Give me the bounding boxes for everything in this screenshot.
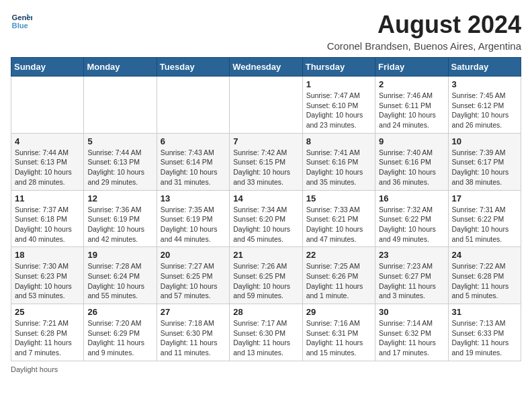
- day-number: 26: [87, 307, 152, 317]
- day-info: Sunrise: 7:36 AM Sunset: 6:19 PM Dayligh…: [87, 205, 152, 244]
- day-info: Sunrise: 7:14 AM Sunset: 6:32 PM Dayligh…: [379, 318, 444, 358]
- day-info: Sunrise: 7:31 AM Sunset: 6:22 PM Dayligh…: [452, 205, 517, 244]
- footer-label: Daylight hours: [11, 365, 521, 373]
- day-number: 4: [15, 136, 80, 146]
- day-number: 20: [161, 250, 226, 260]
- day-number: 15: [306, 193, 371, 203]
- day-number: 22: [306, 250, 371, 260]
- calendar-day-cell: 26Sunrise: 7:20 AM Sunset: 6:29 PM Dayli…: [84, 304, 157, 361]
- day-info: Sunrise: 7:27 AM Sunset: 6:25 PM Dayligh…: [161, 261, 226, 301]
- day-info: Sunrise: 7:23 AM Sunset: 6:27 PM Dayligh…: [379, 261, 444, 301]
- calendar-day-header: Saturday: [448, 58, 521, 77]
- day-number: 16: [379, 193, 444, 203]
- day-number: 1: [306, 79, 371, 89]
- calendar-day-cell: 15Sunrise: 7:33 AM Sunset: 6:21 PM Dayli…: [302, 190, 375, 247]
- calendar-day-cell: 1Sunrise: 7:47 AM Sunset: 6:10 PM Daylig…: [302, 77, 375, 134]
- day-info: Sunrise: 7:44 AM Sunset: 6:13 PM Dayligh…: [15, 148, 80, 187]
- day-number: 31: [452, 307, 517, 317]
- calendar-day-cell: 7Sunrise: 7:42 AM Sunset: 6:15 PM Daylig…: [230, 133, 302, 190]
- calendar-day-cell: 23Sunrise: 7:23 AM Sunset: 6:27 PM Dayli…: [375, 247, 448, 304]
- calendar-day-cell: [157, 77, 229, 134]
- day-number: 7: [233, 136, 298, 146]
- day-number: 17: [452, 193, 517, 203]
- day-info: Sunrise: 7:40 AM Sunset: 6:16 PM Dayligh…: [379, 148, 444, 187]
- calendar-week-row: 1Sunrise: 7:47 AM Sunset: 6:10 PM Daylig…: [11, 77, 521, 134]
- day-info: Sunrise: 7:30 AM Sunset: 6:23 PM Dayligh…: [15, 261, 80, 301]
- title-area: August 2024 Coronel Brandsen, Buenos Air…: [327, 11, 521, 52]
- calendar-day-cell: 16Sunrise: 7:32 AM Sunset: 6:22 PM Dayli…: [375, 190, 448, 247]
- day-info: Sunrise: 7:34 AM Sunset: 6:20 PM Dayligh…: [233, 205, 298, 244]
- day-number: 6: [161, 136, 226, 146]
- day-number: 10: [452, 136, 517, 146]
- day-info: Sunrise: 7:43 AM Sunset: 6:14 PM Dayligh…: [161, 148, 226, 187]
- day-number: 25: [15, 307, 80, 317]
- day-info: Sunrise: 7:33 AM Sunset: 6:21 PM Dayligh…: [306, 205, 371, 244]
- calendar-week-row: 25Sunrise: 7:21 AM Sunset: 6:28 PM Dayli…: [11, 304, 521, 361]
- day-info: Sunrise: 7:47 AM Sunset: 6:10 PM Dayligh…: [306, 91, 371, 130]
- day-info: Sunrise: 7:32 AM Sunset: 6:22 PM Dayligh…: [379, 205, 444, 244]
- day-info: Sunrise: 7:16 AM Sunset: 6:31 PM Dayligh…: [306, 318, 371, 358]
- month-year: August 2024: [327, 11, 521, 39]
- calendar-day-cell: 17Sunrise: 7:31 AM Sunset: 6:22 PM Dayli…: [448, 190, 521, 247]
- day-number: 27: [161, 307, 226, 317]
- day-info: Sunrise: 7:39 AM Sunset: 6:17 PM Dayligh…: [452, 148, 517, 187]
- day-info: Sunrise: 7:13 AM Sunset: 6:33 PM Dayligh…: [452, 318, 517, 358]
- day-number: 19: [87, 250, 152, 260]
- calendar-day-cell: [84, 77, 157, 134]
- day-info: Sunrise: 7:37 AM Sunset: 6:18 PM Dayligh…: [15, 205, 80, 244]
- day-number: 11: [15, 193, 80, 203]
- calendar-day-cell: 22Sunrise: 7:25 AM Sunset: 6:26 PM Dayli…: [302, 247, 375, 304]
- calendar-day-header: Tuesday: [157, 58, 229, 77]
- day-number: 2: [379, 79, 444, 89]
- day-number: 29: [306, 307, 371, 317]
- calendar-week-row: 11Sunrise: 7:37 AM Sunset: 6:18 PM Dayli…: [11, 190, 521, 247]
- calendar-day-cell: 24Sunrise: 7:22 AM Sunset: 6:28 PM Dayli…: [448, 247, 521, 304]
- day-info: Sunrise: 7:22 AM Sunset: 6:28 PM Dayligh…: [452, 261, 517, 301]
- day-info: Sunrise: 7:28 AM Sunset: 6:24 PM Dayligh…: [87, 261, 152, 301]
- calendar-day-cell: 20Sunrise: 7:27 AM Sunset: 6:25 PM Dayli…: [157, 247, 229, 304]
- day-number: 30: [379, 307, 444, 317]
- calendar-day-header: Thursday: [302, 58, 375, 77]
- day-info: Sunrise: 7:18 AM Sunset: 6:30 PM Dayligh…: [161, 318, 226, 358]
- day-number: 9: [379, 136, 444, 146]
- calendar-day-cell: 29Sunrise: 7:16 AM Sunset: 6:31 PM Dayli…: [302, 304, 375, 361]
- calendar-day-cell: 30Sunrise: 7:14 AM Sunset: 6:32 PM Dayli…: [375, 304, 448, 361]
- day-number: 24: [452, 250, 517, 260]
- calendar-day-cell: 19Sunrise: 7:28 AM Sunset: 6:24 PM Dayli…: [84, 247, 157, 304]
- calendar-day-cell: 6Sunrise: 7:43 AM Sunset: 6:14 PM Daylig…: [157, 133, 229, 190]
- calendar-day-cell: 12Sunrise: 7:36 AM Sunset: 6:19 PM Dayli…: [84, 190, 157, 247]
- day-info: Sunrise: 7:25 AM Sunset: 6:26 PM Dayligh…: [306, 261, 371, 301]
- calendar-day-cell: 28Sunrise: 7:17 AM Sunset: 6:30 PM Dayli…: [230, 304, 302, 361]
- day-number: 14: [233, 193, 298, 203]
- calendar-day-header: Friday: [375, 58, 448, 77]
- logo-icon: General Blue: [11, 11, 32, 32]
- day-number: 21: [233, 250, 298, 260]
- calendar-day-cell: 8Sunrise: 7:41 AM Sunset: 6:16 PM Daylig…: [302, 133, 375, 190]
- day-number: 18: [15, 250, 80, 260]
- svg-text:General: General: [12, 13, 32, 21]
- day-number: 12: [87, 193, 152, 203]
- calendar-day-cell: 10Sunrise: 7:39 AM Sunset: 6:17 PM Dayli…: [448, 133, 521, 190]
- day-number: 5: [87, 136, 152, 146]
- page-header: General Blue August 2024 Coronel Brandse…: [11, 11, 521, 52]
- day-number: 28: [233, 307, 298, 317]
- day-info: Sunrise: 7:46 AM Sunset: 6:11 PM Dayligh…: [379, 91, 444, 130]
- calendar-day-header: Sunday: [11, 58, 84, 77]
- day-number: 23: [379, 250, 444, 260]
- location: Coronel Brandsen, Buenos Aires, Argentin…: [327, 40, 521, 52]
- day-info: Sunrise: 7:26 AM Sunset: 6:25 PM Dayligh…: [233, 261, 298, 301]
- calendar-week-row: 4Sunrise: 7:44 AM Sunset: 6:13 PM Daylig…: [11, 133, 521, 190]
- calendar-header-row: SundayMondayTuesdayWednesdayThursdayFrid…: [11, 58, 521, 77]
- calendar-day-cell: 11Sunrise: 7:37 AM Sunset: 6:18 PM Dayli…: [11, 190, 84, 247]
- day-number: 3: [452, 79, 517, 89]
- calendar-day-cell: 27Sunrise: 7:18 AM Sunset: 6:30 PM Dayli…: [157, 304, 229, 361]
- day-info: Sunrise: 7:21 AM Sunset: 6:28 PM Dayligh…: [15, 318, 80, 358]
- svg-text:Blue: Blue: [12, 21, 28, 30]
- calendar-day-cell: 18Sunrise: 7:30 AM Sunset: 6:23 PM Dayli…: [11, 247, 84, 304]
- calendar-day-cell: 4Sunrise: 7:44 AM Sunset: 6:13 PM Daylig…: [11, 133, 84, 190]
- day-info: Sunrise: 7:17 AM Sunset: 6:30 PM Dayligh…: [233, 318, 298, 358]
- calendar-day-header: Monday: [84, 58, 157, 77]
- calendar-day-cell: 14Sunrise: 7:34 AM Sunset: 6:20 PM Dayli…: [230, 190, 302, 247]
- calendar-day-cell: 2Sunrise: 7:46 AM Sunset: 6:11 PM Daylig…: [375, 77, 448, 134]
- day-info: Sunrise: 7:35 AM Sunset: 6:19 PM Dayligh…: [161, 205, 226, 244]
